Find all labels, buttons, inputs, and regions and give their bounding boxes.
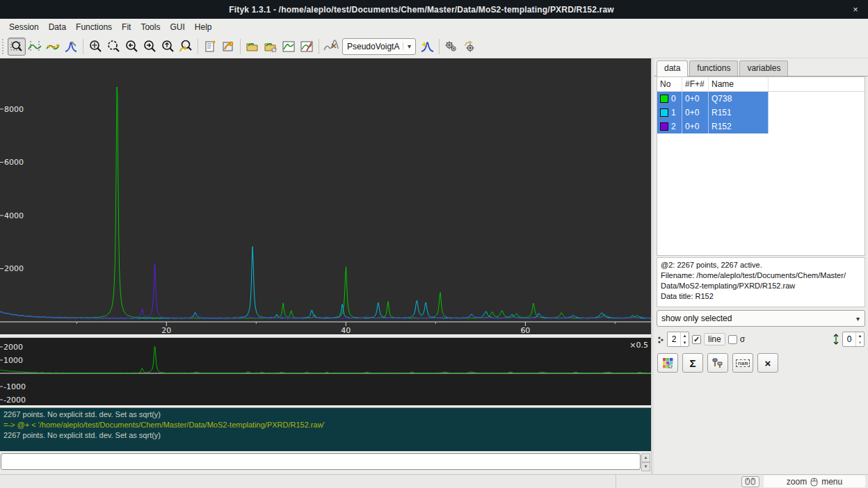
dataset-color-swatch[interactable] [660,108,668,117]
menu-item-gui[interactable]: GUI [165,20,189,34]
chevron-down-icon: ▾ [403,42,415,50]
zoom-right-button[interactable] [140,38,159,56]
chevron-up-icon: ▲ [641,453,650,462]
append-data-button[interactable] [262,38,280,56]
svg-text:-1000: -1000 [3,382,26,391]
zoom-prev-icon [106,40,120,54]
auto-add-peak-button[interactable] [418,38,436,56]
close-icon[interactable]: × [843,4,868,15]
mouse-hint-icon [745,478,756,485]
shift-stepper[interactable]: 0 ▲▼ [842,332,865,347]
dataset-color-swatch[interactable] [660,122,668,131]
fit-undo-button[interactable] [460,38,479,56]
zoom-undo-button[interactable] [177,38,195,56]
zoom-mode-icon [10,40,24,54]
line-checkbox-label: line [704,333,725,345]
window-title: Fityk 1.3.1 - /home/aleplo/test/Document… [0,5,843,15]
filter-dropdown[interactable]: show only selected ▾ [657,310,865,327]
data-range-mode-button[interactable] [26,38,44,56]
zoom-left-button[interactable] [122,38,140,56]
session-log-button[interactable] [201,38,219,56]
open-data-button[interactable] [243,38,262,56]
console-output[interactable]: 2267 points. No explicit std. dev. Set a… [0,407,651,451]
toolbar-grip[interactable] [2,39,6,54]
svg-text:2000: 2000 [4,264,24,273]
point-size-value: 2 [668,332,680,346]
svg-text:1000: 1000 [3,356,23,365]
dataset-info-line: Data title: R152 [661,291,861,302]
menu-item-session[interactable]: Session [4,20,44,34]
menu-item-fit[interactable]: Fit [117,20,136,34]
menu-item-help[interactable]: Help [190,20,217,34]
menu-bar: SessionDataFunctionsFitToolsGUIHelp [0,19,868,35]
add-peak-mode-button[interactable] [62,38,80,56]
column-header-f[interactable]: #F+# [682,77,709,91]
column-header-no[interactable]: No [657,77,682,91]
status-message-area [0,475,616,488]
aux-plot[interactable]: 20001000-1000-2000×0.5 [0,338,651,405]
title-icon: nam [736,359,750,367]
main-plot[interactable]: 2000400060008000204060 [0,58,651,334]
export-image-button[interactable] [280,38,298,56]
tab-data[interactable]: data [657,60,688,76]
table-row[interactable]: 20+0R152 [657,120,865,133]
sidebar: datafunctionsvariables No #F+# Name 00+0… [654,58,868,474]
dataset-color-swatch[interactable] [660,95,668,103]
delete-button[interactable]: × [757,353,778,373]
title-button[interactable]: nam [732,353,753,373]
input-history-spinner[interactable]: ▲▼ [641,453,650,470]
console-line: 2267 points. No explicit std. dev. Set a… [3,430,648,441]
table-row[interactable]: 10+0R151 [657,106,865,120]
sum-button[interactable]: Σ [682,353,703,373]
fit-run-icon [444,40,459,54]
zoom-vertical-button[interactable] [159,38,177,56]
command-input[interactable] [1,453,641,470]
table-row[interactable]: 00+0Q738 [657,92,865,106]
sigma-checkbox[interactable] [728,335,737,344]
chevron-up-icon[interactable]: ▲ [681,332,689,339]
color-map-button[interactable] [657,353,678,373]
zoom-all-button[interactable] [86,38,104,56]
dataset-table[interactable]: No #F+# Name 00+0Q73810+0R15120+0R152 [657,76,865,256]
toolbar-separator [83,39,83,54]
mouse-hint-button[interactable] [741,476,760,487]
function-type-select[interactable]: PseudoVoigtA ▾ [342,38,416,55]
settings-button[interactable] [219,38,237,56]
toolbar-separator [240,39,241,54]
column-header-name[interactable]: Name [709,77,769,91]
display-controls: 2 ▲▼ ✓ line σ 0 ▲▼ [654,331,868,348]
zoom-mode-button[interactable] [8,38,26,56]
zoom-undo-icon [179,40,193,54]
data-editor-button[interactable] [298,38,316,56]
left-click-action-label: zoom [787,477,807,487]
title-bar: Fityk 1.3.1 - /home/aleplo/test/Document… [0,0,868,19]
menu-item-tools[interactable]: Tools [136,20,165,34]
zoom-left-icon [124,40,138,54]
chevron-up-icon[interactable]: ▲ [856,332,864,339]
chevron-down-icon: ▼ [641,462,650,471]
toolbar-separator [439,39,440,54]
point-size-icon [657,335,664,343]
right-click-action-label: menu [821,477,842,487]
svg-text:2000: 2000 [3,343,23,352]
table-header: No #F+# Name [657,77,865,92]
chevron-down-icon[interactable]: ▼ [856,339,864,346]
export-image-icon [282,40,296,54]
toolbar-separator [198,39,198,54]
strip-background-button[interactable] [322,38,340,56]
command-input-row: ▲▼ [0,451,651,472]
chevron-down-icon[interactable]: ▼ [681,339,689,346]
transform-data-button[interactable] [707,353,728,373]
strip-background-icon [323,40,339,54]
tab-functions[interactable]: functions [689,60,738,76]
data-range-mode-icon [28,40,42,54]
zoom-prev-button[interactable] [104,38,122,56]
line-checkbox[interactable]: ✓ [692,335,701,344]
tab-variables[interactable]: variables [739,60,788,76]
point-size-stepper[interactable]: 2 ▲▼ [667,332,689,347]
menu-item-data[interactable]: Data [44,20,71,34]
fit-run-button[interactable] [442,38,460,56]
shift-value: 0 [843,332,855,346]
baseline-mode-button[interactable] [44,38,62,56]
menu-item-functions[interactable]: Functions [71,20,117,34]
